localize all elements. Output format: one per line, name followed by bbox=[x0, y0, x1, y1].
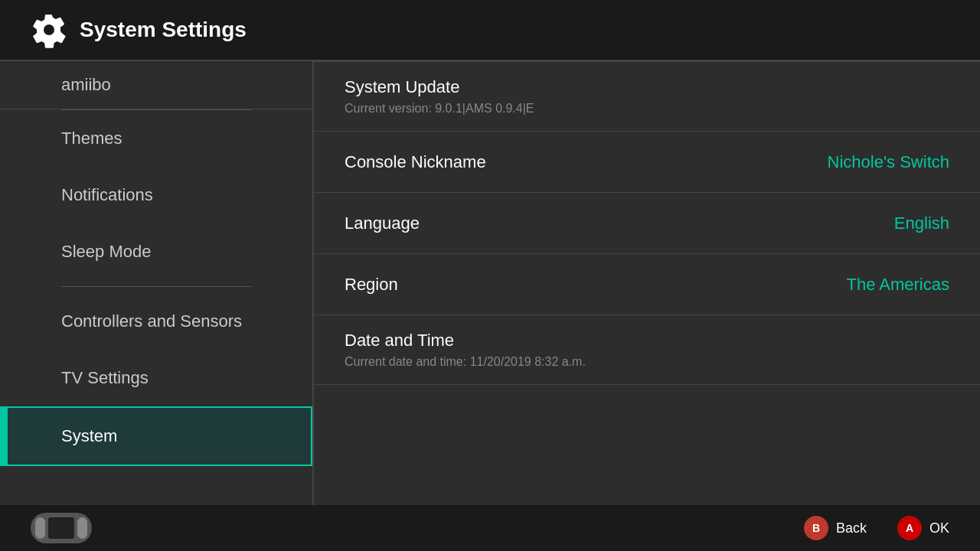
content-panel: System Update Current version: 9.0.1|AMS… bbox=[314, 61, 980, 520]
system-update-label: System Update bbox=[345, 77, 949, 97]
region-value: The Americas bbox=[847, 275, 950, 295]
date-time-label: Date and Time bbox=[345, 331, 949, 350]
content-item-region[interactable]: Region The Americas bbox=[314, 254, 980, 315]
language-value: English bbox=[894, 214, 949, 233]
system-update-sublabel: Current version: 9.0.1|AMS 0.9.4|E bbox=[345, 102, 949, 116]
switch-console-icon bbox=[31, 513, 92, 543]
gear-icon bbox=[31, 11, 67, 48]
a-button-icon: A bbox=[897, 516, 922, 540]
content-item-system-update[interactable]: System Update Current version: 9.0.1|AMS… bbox=[314, 61, 980, 132]
sidebar-item-themes[interactable]: Themes bbox=[0, 110, 312, 167]
ok-label: OK bbox=[929, 520, 949, 536]
sidebar: amiibo Themes Notifications Sleep Mode C… bbox=[0, 61, 314, 520]
console-nickname-label: Console Nickname bbox=[345, 152, 486, 172]
sidebar-item-controllers-sensors[interactable]: Controllers and Sensors bbox=[0, 293, 312, 350]
bottom-bar: B Back A OK bbox=[0, 505, 980, 551]
content-item-language[interactable]: Language English bbox=[314, 193, 980, 254]
b-button-icon: B bbox=[804, 516, 828, 540]
date-time-sublabel: Current date and time: 11/20/2019 8:32 a… bbox=[345, 355, 949, 369]
sidebar-item-tv-settings[interactable]: TV Settings bbox=[0, 350, 312, 406]
region-label: Region bbox=[345, 275, 398, 295]
main-layout: amiibo Themes Notifications Sleep Mode C… bbox=[0, 61, 980, 520]
sidebar-item-amiibo[interactable]: amiibo bbox=[0, 61, 312, 109]
sidebar-item-sleep-mode[interactable]: Sleep Mode bbox=[0, 223, 312, 280]
sidebar-item-system[interactable]: System bbox=[0, 406, 312, 466]
sidebar-item-notifications[interactable]: Notifications bbox=[0, 167, 312, 223]
content-item-date-time[interactable]: Date and Time Current date and time: 11/… bbox=[314, 315, 980, 385]
header: System Settings bbox=[0, 0, 980, 61]
content-item-console-nickname[interactable]: Console Nickname Nichole's Switch bbox=[314, 132, 980, 193]
console-nickname-value: Nichole's Switch bbox=[828, 152, 949, 172]
page-title: System Settings bbox=[80, 18, 247, 42]
back-button-group[interactable]: B Back bbox=[804, 516, 867, 540]
ok-button-group[interactable]: A OK bbox=[897, 516, 949, 540]
language-label: Language bbox=[345, 214, 420, 233]
back-label: Back bbox=[836, 520, 867, 536]
